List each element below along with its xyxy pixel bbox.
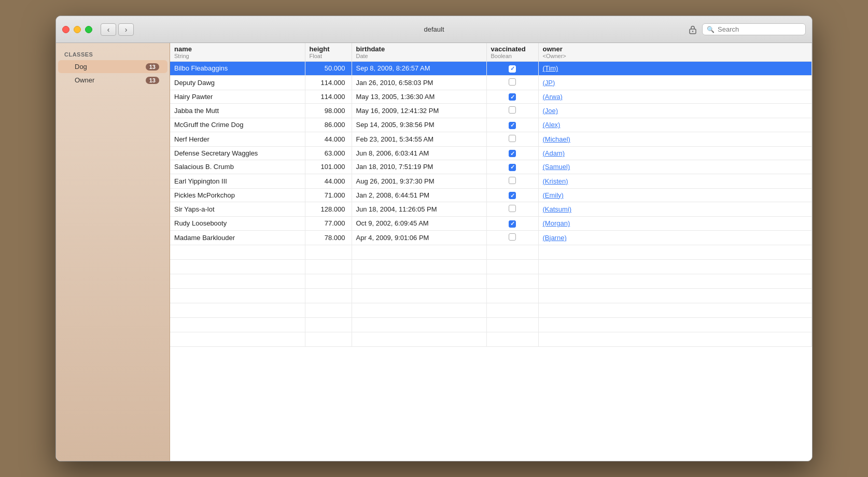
maximize-button[interactable]: [85, 26, 92, 33]
vaccinated-checkbox[interactable]: [509, 135, 516, 142]
cell-owner[interactable]: (Samuel): [538, 160, 812, 174]
cell-empty: [486, 245, 538, 259]
back-button[interactable]: ‹: [101, 23, 116, 36]
vaccinated-checkbox[interactable]: [509, 192, 516, 199]
cell-empty: [170, 245, 305, 259]
cell-vaccinated[interactable]: [486, 160, 538, 174]
cell-vaccinated[interactable]: [486, 75, 538, 90]
search-box[interactable]: 🔍: [702, 23, 806, 35]
owner-link[interactable]: (Michael): [543, 135, 570, 143]
cell-owner[interactable]: (Katsumi): [538, 202, 812, 217]
cell-vaccinated[interactable]: [486, 146, 538, 160]
cell-height: 114.000: [305, 75, 352, 90]
cell-height: 71.000: [305, 188, 352, 202]
cell-empty: [352, 245, 486, 259]
cell-vaccinated[interactable]: [486, 90, 538, 104]
cell-vaccinated[interactable]: [486, 62, 538, 76]
owner-link[interactable]: (Tim): [543, 64, 558, 72]
owner-link[interactable]: (Joe): [543, 107, 558, 115]
table-row[interactable]: Earl Yippington III44.000Aug 26, 2001, 9…: [170, 174, 812, 188]
title-bar: ‹ › default 🔍: [56, 16, 812, 43]
sidebar-owner-label: Owner: [75, 76, 146, 84]
cell-vaccinated[interactable]: [486, 132, 538, 146]
owner-link[interactable]: (Katsumi): [543, 205, 572, 213]
table-row[interactable]: Jabba the Mutt98.000May 16, 2009, 12:41:…: [170, 104, 812, 118]
title-bar-right: 🔍: [688, 23, 806, 35]
forward-icon: ›: [125, 25, 128, 34]
cell-vaccinated[interactable]: [486, 230, 538, 245]
table-row[interactable]: Defense Secretary Waggles63.000Jun 8, 20…: [170, 146, 812, 160]
vaccinated-checkbox[interactable]: [509, 65, 516, 73]
cell-vaccinated[interactable]: [486, 174, 538, 188]
cell-height: 63.000: [305, 146, 352, 160]
owner-link[interactable]: (Adam): [543, 149, 565, 157]
owner-link[interactable]: (Bjarne): [543, 234, 567, 242]
search-input[interactable]: [718, 25, 801, 33]
cell-birthdate: Jan 2, 2008, 6:44:51 PM: [352, 188, 486, 202]
cell-owner[interactable]: (Bjarne): [538, 230, 812, 245]
sidebar-item-owner[interactable]: Owner 13: [58, 74, 167, 87]
sidebar-item-dog[interactable]: Dog 13: [58, 60, 167, 73]
cell-vaccinated[interactable]: [486, 188, 538, 202]
lock-icon[interactable]: [688, 24, 698, 35]
vaccinated-checkbox[interactable]: [509, 220, 516, 228]
vaccinated-checkbox[interactable]: [509, 233, 516, 241]
table-row[interactable]: Salacious B. Crumb101.000Jan 18, 2010, 7…: [170, 160, 812, 174]
vaccinated-checkbox[interactable]: [509, 106, 516, 114]
cell-owner[interactable]: (Alex): [538, 118, 812, 132]
cell-height: 44.000: [305, 174, 352, 188]
cell-vaccinated[interactable]: [486, 104, 538, 118]
cell-owner[interactable]: (Tim): [538, 62, 812, 76]
cell-empty: [352, 303, 486, 317]
table-row[interactable]: Bilbo Fleabaggins50.000Sep 8, 2009, 8:26…: [170, 62, 812, 76]
owner-link[interactable]: (Samuel): [543, 163, 570, 171]
cell-name: Madame Barklouder: [170, 230, 305, 245]
owner-link[interactable]: (Alex): [543, 121, 561, 129]
cell-birthdate: Jan 26, 2010, 6:58:03 PM: [352, 75, 486, 90]
close-button[interactable]: [62, 26, 69, 33]
cell-vaccinated[interactable]: [486, 202, 538, 217]
cell-owner[interactable]: (JP): [538, 75, 812, 90]
table-row[interactable]: Pickles McPorkchop71.000Jan 2, 2008, 6:4…: [170, 188, 812, 202]
cell-owner[interactable]: (Joe): [538, 104, 812, 118]
sidebar-owner-badge: 13: [146, 77, 159, 84]
app-window: ‹ › default 🔍 CLASSES: [55, 16, 813, 461]
vaccinated-checkbox[interactable]: [509, 150, 516, 157]
cell-owner[interactable]: (Arwa): [538, 90, 812, 104]
table-header-row: name String height Float birthdate Date: [170, 43, 812, 62]
vaccinated-checkbox[interactable]: [509, 177, 516, 184]
owner-link[interactable]: (Kristen): [543, 177, 568, 185]
owner-link[interactable]: (Arwa): [543, 93, 563, 101]
cell-empty: [538, 274, 812, 288]
table-row[interactable]: Nerf Herder44.000Feb 23, 2001, 5:34:55 A…: [170, 132, 812, 146]
cell-vaccinated[interactable]: [486, 118, 538, 132]
table-row[interactable]: Madame Barklouder78.000Apr 4, 2009, 9:01…: [170, 230, 812, 245]
cell-owner[interactable]: (Morgan): [538, 217, 812, 231]
cell-owner[interactable]: (Emily): [538, 188, 812, 202]
cell-empty: [486, 317, 538, 332]
owner-link[interactable]: (JP): [543, 79, 555, 87]
traffic-lights: [62, 26, 92, 33]
table-row[interactable]: Sir Yaps-a-lot128.000Jun 18, 2004, 11:26…: [170, 202, 812, 217]
owner-link[interactable]: (Morgan): [543, 219, 570, 227]
cell-owner[interactable]: (Kristen): [538, 174, 812, 188]
cell-birthdate: May 16, 2009, 12:41:32 PM: [352, 104, 486, 118]
cell-empty: [538, 332, 812, 346]
cell-vaccinated[interactable]: [486, 217, 538, 231]
owner-link[interactable]: (Emily): [543, 191, 564, 199]
vaccinated-checkbox[interactable]: [509, 93, 516, 101]
table-row[interactable]: Hairy Pawter114.000May 13, 2005, 1:36:30…: [170, 90, 812, 104]
table-row[interactable]: McGruff the Crime Dog86.000Sep 14, 2005,…: [170, 118, 812, 132]
cell-owner[interactable]: (Michael): [538, 132, 812, 146]
table-body: Bilbo Fleabaggins50.000Sep 8, 2009, 8:26…: [170, 62, 812, 347]
cell-owner[interactable]: (Adam): [538, 146, 812, 160]
vaccinated-checkbox[interactable]: [509, 205, 516, 212]
cell-birthdate: Oct 9, 2002, 6:09:45 AM: [352, 217, 486, 231]
vaccinated-checkbox[interactable]: [509, 122, 516, 129]
vaccinated-checkbox[interactable]: [509, 78, 516, 86]
vaccinated-checkbox[interactable]: [509, 164, 516, 171]
table-row[interactable]: Deputy Dawg114.000Jan 26, 2010, 6:58:03 …: [170, 75, 812, 90]
table-row[interactable]: Rudy Loosebooty77.000Oct 9, 2002, 6:09:4…: [170, 217, 812, 231]
forward-button[interactable]: ›: [118, 23, 134, 36]
minimize-button[interactable]: [74, 26, 81, 33]
